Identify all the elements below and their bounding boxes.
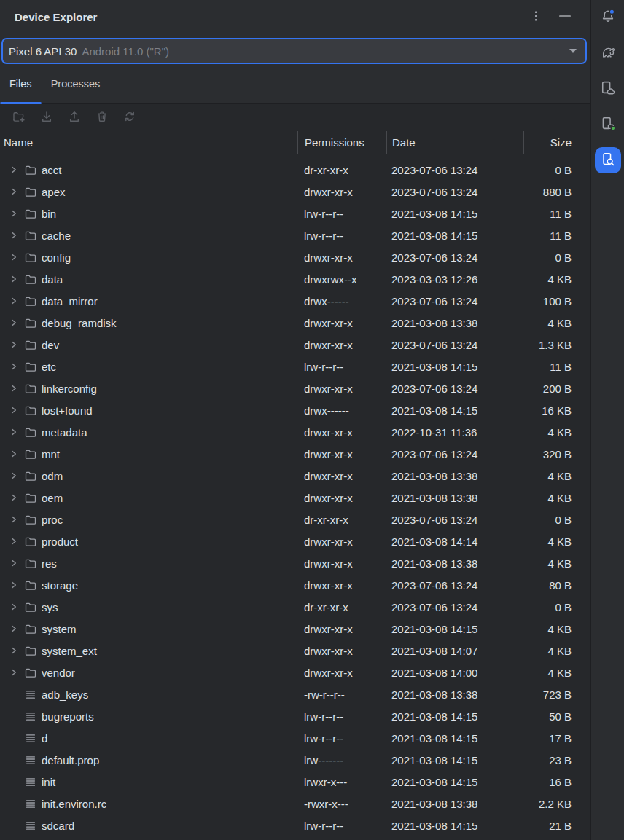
expand-chevron-icon[interactable]: [10, 188, 17, 195]
download-file-button[interactable]: [39, 109, 55, 127]
expand-chevron-icon[interactable]: [10, 669, 17, 676]
expand-chevron-icon[interactable]: [10, 363, 17, 370]
running-devices-button[interactable]: [595, 111, 621, 138]
table-row[interactable]: procdr-xr-xr-x2023-07-06 13:240 B: [0, 509, 590, 530]
table-row[interactable]: sysdr-xr-xr-x2023-07-06 13:240 B: [0, 596, 590, 618]
file-permissions: drwxr-xr-x: [297, 492, 386, 504]
tab-files[interactable]: Files: [0, 64, 42, 103]
table-row[interactable]: default.proplrw-------2021-03-08 14:1523…: [0, 749, 590, 771]
expand-chevron-icon[interactable]: [10, 232, 17, 239]
folder-icon: [24, 425, 37, 439]
file-date: 2023-07-06 13:24: [386, 251, 523, 264]
table-row[interactable]: devdrwxr-xr-x2023-07-06 13:241.3 KB: [0, 334, 590, 356]
expand-chevron-icon[interactable]: [10, 603, 17, 611]
upload-file-button[interactable]: [66, 109, 82, 127]
expand-chevron-icon[interactable]: [10, 254, 17, 261]
hide-panel-button[interactable]: [557, 9, 573, 25]
file-permissions: lrwxr-x---: [297, 776, 386, 788]
expand-chevron-icon[interactable]: [10, 647, 17, 654]
table-row[interactable]: initlrwxr-x---2021-03-08 14:1516 B: [0, 771, 590, 793]
expand-chevron-icon[interactable]: [10, 450, 17, 458]
file-permissions: drwxr-xr-x: [297, 382, 386, 395]
tab-bar: Files Processes: [0, 64, 590, 104]
table-row[interactable]: etclrw-r--r--2021-03-08 14:1511 B: [0, 356, 590, 377]
device-explorer-button[interactable]: [595, 147, 621, 173]
device-manager-button[interactable]: [595, 76, 621, 102]
table-row[interactable]: oemdrwxr-xr-x2021-03-08 13:384 KB: [0, 487, 590, 509]
table-row[interactable]: sdcardlrw-r--r--2021-03-08 14:1521 B: [0, 815, 590, 836]
column-header-date[interactable]: Date: [386, 131, 523, 154]
expand-chevron-icon[interactable]: [10, 319, 17, 326]
expand-chevron-icon[interactable]: [10, 341, 17, 348]
file-name: acct: [42, 164, 62, 176]
folder-icon: [24, 644, 37, 657]
expand-chevron-icon[interactable]: [10, 472, 17, 479]
table-row[interactable]: init.environ.rc-rwxr-x---2021-03-08 13:3…: [0, 793, 590, 815]
expand-chevron-icon[interactable]: [10, 407, 17, 414]
column-header-name[interactable]: Name: [0, 131, 297, 154]
file-name: lost+found: [42, 404, 93, 417]
file-date: 2021-03-08 13:38: [386, 798, 523, 810]
file-permissions: drwxr-xr-x: [297, 339, 386, 351]
table-row[interactable]: metadatadrwxr-xr-x2022-10-31 11:364 KB: [0, 421, 590, 443]
table-row[interactable]: datadrwxrwx--x2023-03-03 12:264 KB: [0, 268, 590, 290]
folder-icon: [24, 251, 37, 264]
expand-chevron-icon[interactable]: [10, 625, 17, 632]
table-row[interactable]: systemdrwxr-xr-x2021-03-08 14:154 KB: [0, 618, 590, 640]
expand-chevron-icon[interactable]: [10, 516, 17, 523]
expand-chevron-icon[interactable]: [10, 297, 17, 305]
delete-button[interactable]: [94, 109, 110, 127]
expand-chevron-icon[interactable]: [10, 210, 17, 217]
table-row[interactable]: configdrwxr-xr-x2023-07-06 13:240 B: [0, 246, 590, 268]
tab-processes[interactable]: Processes: [42, 64, 110, 103]
column-header-permissions[interactable]: Permissions: [297, 131, 386, 154]
table-row[interactable]: productdrwxr-xr-x2021-03-08 14:144 KB: [0, 530, 590, 552]
file-size: 200 B: [523, 382, 590, 395]
expand-chevron-icon[interactable]: [10, 385, 17, 392]
table-row[interactable]: linkerconfigdrwxr-xr-x2023-07-06 13:2420…: [0, 377, 590, 399]
expand-chevron-icon[interactable]: [10, 560, 17, 567]
table-row[interactable]: acctdr-xr-xr-x2023-07-06 13:240 B: [0, 159, 590, 181]
file-permissions: lrw-r--r--: [297, 732, 386, 745]
table-row[interactable]: data_mirrordrwx------2023-07-06 13:24100…: [0, 290, 590, 312]
expand-chevron-icon[interactable]: [10, 166, 17, 173]
notifications-button[interactable]: [595, 4, 621, 31]
table-row[interactable]: system_extdrwxr-xr-x2021-03-08 14:074 KB: [0, 640, 590, 662]
file-size: 4 KB: [523, 273, 590, 286]
folder-icon: [24, 557, 37, 570]
file-date: 2021-03-08 13:38: [386, 492, 523, 504]
table-row[interactable]: storagedrwxr-xr-x2023-07-06 13:2480 B: [0, 574, 590, 596]
table-row[interactable]: vendordrwxr-xr-x2021-03-08 14:004 KB: [0, 662, 590, 683]
file-name: bin: [42, 208, 56, 220]
table-row[interactable]: mntdrwxr-xr-x2023-07-06 13:24320 B: [0, 443, 590, 465]
file-name: storage: [42, 579, 78, 592]
file-size: 80 B: [523, 579, 590, 592]
expand-chevron-icon[interactable]: [10, 581, 17, 589]
table-row[interactable]: odmdrwxr-xr-x2021-03-08 13:384 KB: [0, 465, 590, 487]
synchronize-button[interactable]: [122, 109, 138, 127]
table-row[interactable]: debug_ramdiskdrwxr-xr-x2021-03-08 13:384…: [0, 312, 590, 334]
gradle-button[interactable]: [595, 40, 621, 66]
expand-chevron-icon[interactable]: [10, 494, 17, 501]
file-name: cache: [42, 229, 71, 242]
device-selector-dropdown[interactable]: Pixel 6 API 30 Android 11.0 ("R"): [1, 38, 587, 64]
table-row[interactable]: adb_keys-rw-r--r--2021-03-08 13:38723 B: [0, 683, 590, 705]
panel-header: Device Explorer: [0, 0, 590, 34]
panel-options-button[interactable]: [529, 9, 542, 25]
file-permissions: drwxr-xr-x: [297, 470, 386, 482]
column-header-size[interactable]: Size: [523, 131, 590, 154]
table-row[interactable]: apexdrwxr-xr-x2023-07-06 13:24880 B: [0, 181, 590, 203]
table-row[interactable]: resdrwxr-xr-x2021-03-08 13:384 KB: [0, 552, 590, 574]
table-row[interactable]: bugreportslrw-r--r--2021-03-08 14:1550 B: [0, 705, 590, 727]
expand-chevron-icon[interactable]: [10, 428, 17, 436]
file-size: 4 KB: [523, 317, 590, 329]
new-folder-button[interactable]: [11, 109, 27, 127]
table-row[interactable]: lost+founddrwx------2021-03-08 14:1516 K…: [0, 399, 590, 421]
expand-chevron-icon[interactable]: [10, 275, 17, 283]
file-date: 2021-03-08 14:14: [386, 535, 523, 548]
table-row[interactable]: binlrw-r--r--2021-03-08 14:1511 B: [0, 203, 590, 224]
table-row[interactable]: cachelrw-r--r--2021-03-08 14:1511 B: [0, 224, 590, 246]
file-size: 100 B: [523, 295, 590, 307]
expand-chevron-icon[interactable]: [10, 538, 17, 545]
table-row[interactable]: dlrw-r--r--2021-03-08 14:1517 B: [0, 727, 590, 749]
